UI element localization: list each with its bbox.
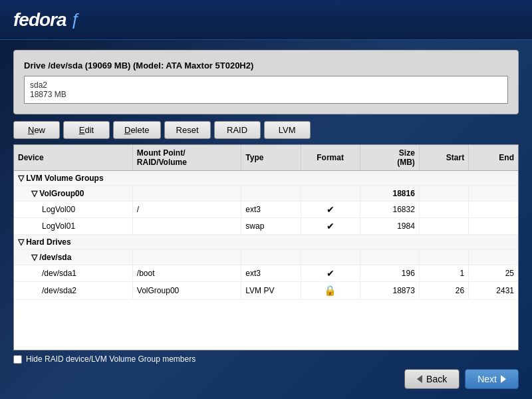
partition-size: 18873 MB <box>30 90 502 99</box>
col-header-size: Size(MB) <box>360 145 419 171</box>
delete-button[interactable]: Delete <box>113 121 161 139</box>
table-row: LogVol00 / ext3 ✔ 16832 <box>14 201 518 218</box>
fedora-logo: fedora ƒ <box>13 9 80 31</box>
fedora-icon: ƒ <box>70 9 80 30</box>
table-row: LogVol01 swap ✔ 1984 <box>14 218 518 235</box>
next-label: Next <box>477 374 497 384</box>
next-button[interactable]: Next <box>465 369 519 389</box>
col-header-device: Device <box>14 145 132 171</box>
hide-raid-label: Hide RAID device/LVM Volume Group member… <box>26 354 196 364</box>
col-header-mount: Mount Point/RAID/Volume <box>132 145 241 171</box>
edit-button[interactable]: Edit <box>63 121 110 139</box>
back-arrow-icon <box>417 375 422 383</box>
next-arrow-icon <box>501 375 506 383</box>
back-button[interactable]: Back <box>404 369 460 389</box>
reset-button[interactable]: Reset <box>164 121 211 139</box>
col-header-format: Format <box>301 145 360 171</box>
lock-icon: 🔒 <box>324 285 336 296</box>
table-row: /dev/sda1 /boot ext3 ✔ 196 1 25 <box>14 265 518 282</box>
check-icon: ✔ <box>327 268 334 279</box>
drive-panel: Drive /dev/sda (19069 MB) (Model: ATA Ma… <box>13 50 519 114</box>
main-content: Drive /dev/sda (19069 MB) (Model: ATA Ma… <box>0 40 532 399</box>
drive-bar: sda2 18873 MB <box>24 76 508 104</box>
partition-table: Device Mount Point/RAID/Volume Type Form… <box>13 144 519 350</box>
col-header-start: Start <box>419 145 468 171</box>
check-icon: ✔ <box>327 204 334 215</box>
hide-raid-row: Hide RAID device/LVM Volume Group member… <box>13 354 519 364</box>
check-icon: ✔ <box>327 221 334 231</box>
table-row: ▽ /dev/sda <box>14 250 518 265</box>
col-header-end: End <box>469 145 518 171</box>
col-header-type: Type <box>241 145 301 171</box>
back-label: Back <box>426 374 447 384</box>
new-button[interactable]: New <box>13 121 60 139</box>
drive-title: Drive /dev/sda (19069 MB) (Model: ATA Ma… <box>24 61 508 70</box>
table-row: ▽ LVM Volume Groups <box>14 171 518 186</box>
table-row: ▽ Hard Drives <box>14 235 518 250</box>
partition-name: sda2 <box>30 80 502 90</box>
header: fedora ƒ <box>0 0 532 40</box>
toolbar: New Edit Delete Reset RAID LVM <box>13 121 519 139</box>
lvm-button[interactable]: LVM <box>264 121 311 139</box>
raid-button[interactable]: RAID <box>214 121 261 139</box>
table-row: /dev/sda2 VolGroup00 LVM PV 🔒 18873 26 2… <box>14 282 518 300</box>
logo-text: fedora <box>13 9 66 31</box>
table-row: ▽ VolGroup00 18816 <box>14 186 518 201</box>
hide-raid-checkbox[interactable] <box>13 355 22 364</box>
bottom-bar: Back Next <box>13 369 519 389</box>
